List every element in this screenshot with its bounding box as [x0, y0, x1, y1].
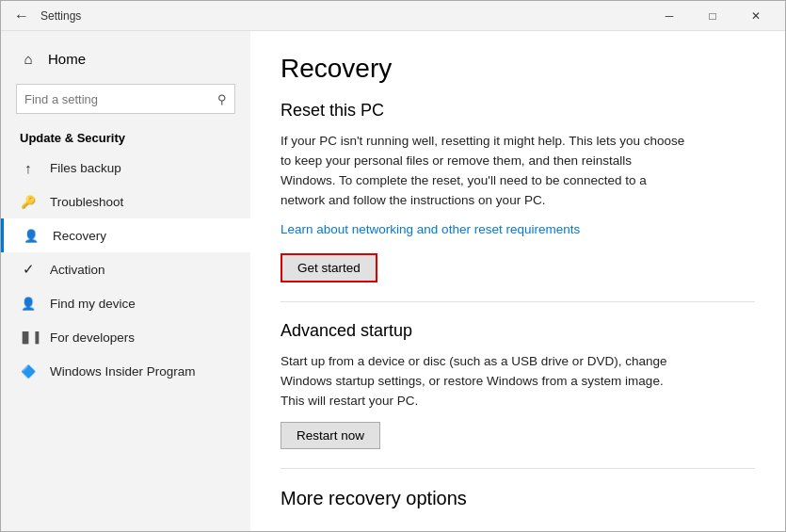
home-icon: ⌂ [20, 50, 37, 67]
windows-insider-icon: 🔷 [20, 363, 37, 379]
find-my-device-icon: 👤 [20, 295, 37, 312]
advanced-description: Start up from a device or disc (such as … [281, 352, 685, 411]
sidebar: ⌂ Home ⚲ Update & Security ↑ Files backu… [1, 31, 250, 531]
page-title: Recovery [281, 54, 755, 84]
sidebar-item-find-my-device[interactable]: 👤 Find my device [1, 286, 250, 320]
sidebar-item-recovery[interactable]: 👤 Recovery [1, 218, 250, 252]
sidebar-item-label: Recovery [53, 229, 106, 243]
titlebar: ← Settings ─ □ ✕ [1, 1, 785, 31]
sidebar-item-files-backup[interactable]: ↑ Files backup [1, 151, 250, 185]
search-icon: ⚲ [217, 92, 227, 106]
main-layout: ⌂ Home ⚲ Update & Security ↑ Files backu… [1, 31, 785, 531]
sidebar-item-label: Windows Insider Program [50, 364, 196, 379]
sidebar-item-windows-insider[interactable]: 🔷 Windows Insider Program [1, 354, 250, 388]
sidebar-item-label: Find my device [50, 297, 136, 311]
window-title: Settings [40, 9, 648, 23]
get-started-button[interactable]: Get started [281, 253, 377, 282]
sidebar-item-home[interactable]: ⌂ Home [1, 40, 250, 76]
reset-learn-link[interactable]: Learn about networking and other reset r… [281, 222, 755, 236]
sidebar-item-activation[interactable]: ✓ Activation [1, 252, 250, 286]
reset-section-title: Reset this PC [281, 101, 755, 121]
troubleshoot-icon: 🔑 [20, 193, 37, 210]
sidebar-item-label: Activation [50, 263, 105, 277]
advanced-section-title: Advanced startup [281, 321, 755, 341]
restart-now-button[interactable]: Restart now [281, 422, 380, 449]
reset-description: If your PC isn't running well, resetting… [281, 132, 685, 211]
activation-icon: ✓ [20, 261, 37, 278]
sidebar-home-label: Home [48, 51, 86, 67]
search-input[interactable] [24, 92, 217, 106]
sidebar-item-label: Files backup [50, 161, 121, 175]
for-developers-icon: ▐▌▐ [20, 329, 37, 346]
sidebar-item-label: For developers [50, 330, 135, 345]
minimize-button[interactable]: ─ [648, 1, 691, 31]
sidebar-item-label: Troubleshoot [50, 195, 123, 209]
more-recovery-title: More recovery options [281, 488, 755, 509]
sidebar-section-title: Update & Security [1, 121, 250, 151]
sidebar-item-troubleshoot[interactable]: 🔑 Troubleshoot [1, 185, 250, 218]
search-box[interactable]: ⚲ [16, 84, 235, 114]
content-area: Recovery Reset this PC If your PC isn't … [250, 31, 785, 531]
section-divider [281, 301, 755, 302]
window-controls: ─ □ ✕ [648, 1, 778, 31]
recovery-icon: 👤 [23, 227, 40, 244]
section-divider-2 [281, 468, 755, 469]
close-button[interactable]: ✕ [734, 1, 778, 31]
back-button[interactable]: ← [8, 3, 35, 29]
sidebar-item-for-developers[interactable]: ▐▌▐ For developers [1, 320, 250, 354]
maximize-button[interactable]: □ [691, 1, 734, 31]
files-backup-icon: ↑ [20, 159, 37, 176]
